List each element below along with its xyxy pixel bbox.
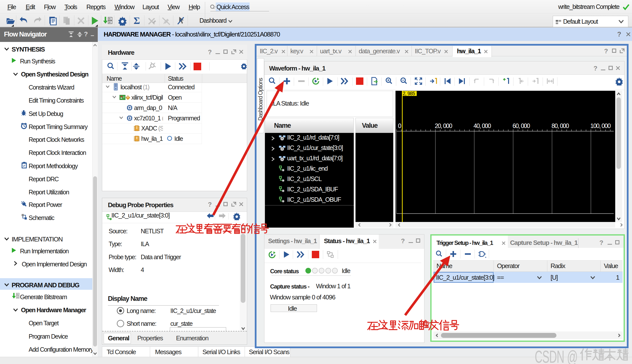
svg-text:10: 10	[17, 296, 19, 298]
svg-text:01: 01	[17, 293, 19, 296]
svg-text:Σ: Σ	[134, 16, 140, 26]
